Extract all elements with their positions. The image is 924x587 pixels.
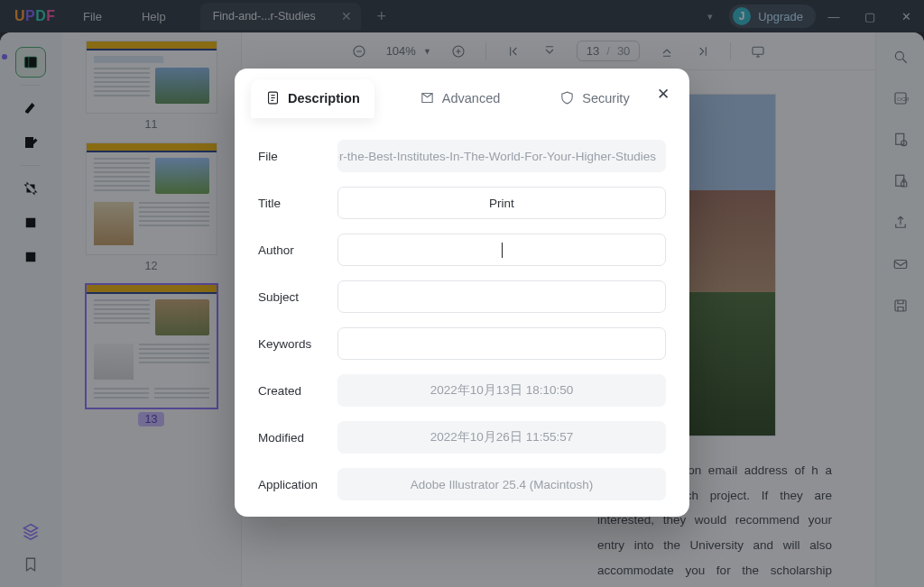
encrypt-icon[interactable] [892, 173, 909, 193]
title-label: Title [258, 197, 337, 210]
prev-page-icon[interactable] [541, 42, 559, 60]
new-tab-button[interactable]: + [368, 7, 395, 26]
thumbnail[interactable] [87, 285, 217, 408]
next-page-icon[interactable] [658, 42, 676, 60]
ocr-icon[interactable]: OCR [892, 90, 909, 110]
upgrade-button[interactable]: J Upgrade [729, 5, 816, 28]
menu-help[interactable]: Help [122, 10, 186, 23]
svg-text:OCR: OCR [897, 96, 909, 102]
document-tab[interactable]: Find-and-...r-Studies ✕ [200, 3, 361, 30]
tab-label: Find-and-...r-Studies [213, 10, 316, 23]
thumbnail-number: 12 [87, 260, 216, 272]
properties-modal: Description Advanced Security ✕ File y-F… [235, 69, 689, 517]
modified-field: 2022年10月26日 11:55:57 [337, 421, 666, 454]
thumbnail[interactable] [87, 143, 217, 254]
title-field[interactable]: Print [337, 187, 666, 219]
keywords-label: Keywords [258, 337, 337, 351]
presentation-icon[interactable] [749, 42, 767, 60]
tab-advanced[interactable]: Advanced [405, 79, 515, 118]
menu-file[interactable]: File [63, 10, 122, 23]
svg-point-11 [895, 51, 903, 60]
application-field: Adobe Illustrator 25.4 (Macintosh) [337, 468, 666, 500]
edit-text-icon[interactable] [15, 127, 46, 158]
created-label: Created [258, 384, 337, 398]
titlebar: UPDF File Help Find-and-...r-Studies ✕ +… [0, 0, 924, 32]
subject-label: Subject [258, 290, 337, 304]
close-modal-icon[interactable]: ✕ [657, 85, 670, 104]
file-label: File [258, 150, 337, 163]
last-page-icon[interactable] [694, 42, 712, 60]
thumbnail-number: 11 [87, 118, 216, 131]
window-controls: — ▢ ✕ [816, 0, 924, 32]
tabs-dropdown-icon[interactable]: ▾ [691, 11, 729, 23]
zoom-value[interactable]: 104%▼ [386, 44, 431, 58]
svg-rect-19 [894, 261, 907, 269]
svg-line-12 [902, 59, 907, 63]
author-field[interactable] [337, 234, 666, 266]
modal-tabs: Description Advanced Security ✕ [235, 69, 689, 118]
tab-description[interactable]: Description [251, 79, 374, 118]
zoom-out-icon[interactable] [350, 42, 368, 60]
modified-label: Modified [258, 431, 337, 445]
highlighter-icon[interactable] [15, 93, 46, 124]
active-indicator [2, 54, 7, 60]
thumbnail[interactable] [87, 41, 217, 113]
mail-icon[interactable] [892, 256, 909, 276]
share-icon[interactable] [892, 215, 909, 234]
bookmark-icon[interactable] [23, 556, 39, 576]
close-window-button[interactable]: ✕ [888, 0, 924, 32]
app-logo: UPDF [0, 8, 63, 24]
svg-rect-0 [24, 57, 37, 68]
svg-rect-15 [895, 133, 903, 144]
tab-security[interactable]: Security [545, 79, 643, 118]
close-tab-icon[interactable]: ✕ [341, 9, 352, 23]
thumbnail-number: 13 [87, 413, 216, 426]
save-icon[interactable] [892, 298, 909, 317]
crop-icon[interactable] [15, 173, 46, 204]
first-page-icon[interactable] [504, 42, 522, 60]
modal-body: File y-For-the-Best-Institutes-In-The-Wo… [235, 118, 689, 500]
application-label: Application [258, 478, 337, 491]
file-field: y-For-the-Best-Institutes-In-The-World-F… [337, 140, 666, 172]
search-icon[interactable] [892, 49, 909, 69]
left-tool-rail [0, 32, 61, 587]
minimize-button[interactable]: — [816, 0, 852, 32]
panel-icon[interactable] [15, 47, 46, 78]
text-caret [502, 243, 503, 258]
refresh-icon[interactable] [15, 242, 46, 272]
thumbnails-panel: 11 12 [61, 32, 242, 587]
maximize-button[interactable]: ▢ [852, 0, 888, 32]
page-indicator[interactable]: 13 / 30 [577, 41, 641, 61]
right-tool-rail: OCR [875, 32, 924, 587]
svg-rect-3 [26, 218, 36, 228]
svg-rect-20 [895, 300, 906, 311]
svg-rect-10 [753, 47, 763, 54]
rotate-icon[interactable] [15, 207, 46, 238]
layers-icon[interactable] [22, 522, 40, 544]
upgrade-label: Upgrade [758, 10, 803, 23]
keywords-field[interactable] [337, 327, 666, 360]
created-field: 2022年10月13日 18:10:50 [337, 374, 666, 407]
zoom-in-icon[interactable] [449, 42, 467, 60]
avatar: J [733, 7, 751, 25]
subject-field[interactable] [337, 280, 666, 313]
author-label: Author [258, 243, 337, 257]
page-gear-icon[interactable] [892, 132, 909, 151]
viewer-toolbar: 104%▼ 13 / 30 [242, 32, 875, 70]
chevron-down-icon[interactable]: ▼ [423, 47, 431, 56]
